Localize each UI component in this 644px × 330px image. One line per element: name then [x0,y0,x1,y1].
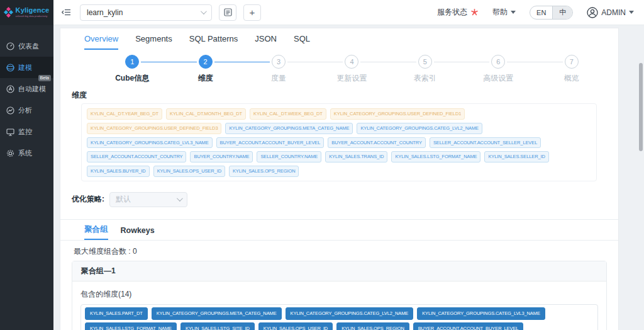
list-icon [224,8,232,16]
brand-tagline: unleash big data productivity [16,15,50,18]
dimension-tag: KYLIN_CAL_DT.MONTH_BEG_DT [166,108,246,120]
sidebar-item-label: 监控 [18,127,32,137]
username: ADMIN [601,8,626,17]
tab-segments[interactable]: Segments [135,28,172,50]
dimension-tag: BUYER_ACCOUNT.ACCOUNT_COUNTRY [328,137,426,149]
dimension-tag: SELLER_ACCOUNT.ACCOUNT_SELLER_LEVEL [430,137,541,149]
dimension-tag: KYLIN_CATEGORY_GROUPINGS.USER_DEFINED_FI… [87,123,221,134]
include-dimension-tag: KYLIN_CATEGORY_GROUPINGS.CATEG_LVL2_NAME [286,307,414,320]
sidebar-nav: 仪表盘 建模 Beta 自动建模 分析 监控 系统 [0,25,53,330]
aggregation-group-title: 聚合组—1 [72,261,606,282]
dimension-tag: KYLIN_CAL_DT.YEAR_BEG_DT [87,108,162,120]
sidebar-item-monitoring[interactable]: 监控 [0,121,53,142]
dimension-tag: KYLIN_CATEGORY_GROUPINGS.CATEG_LVL2_NAME [357,123,482,134]
aggregation-tabbar: 聚合组 Rowkeys [60,219,618,241]
tab-aggregation-groups[interactable]: 聚合组 [84,220,108,240]
analysis-icon [6,106,14,115]
tab-rowkeys[interactable]: Rowkeys [121,222,155,240]
optimization-row: 优化策略: 默认 [72,191,618,208]
sidebar-collapse-icon[interactable] [60,6,72,19]
cube-overview-card: Overview Segments SQL Patterns JSON SQL … [60,28,619,330]
dimension-tag: SELLER_ACCOUNT.ACCOUNT_COUNTRY [87,151,186,162]
dimension-tag: SELLER_COUNTRY.NAME [257,151,321,162]
dimension-tag: BUYER_ACCOUNT.ACCOUNT_BUYER_LEVEL [216,137,325,149]
sidebar-item-dashboard[interactable]: 仪表盘 [0,35,53,57]
chevron-down-icon [177,195,183,202]
included-dimensions-list: KYLIN_SALES.PART_DTKYLIN_CATEGORY_GROUPI… [80,304,598,330]
sidebar-item-analysis[interactable]: 分析 [0,100,53,121]
include-dimension-tag: KYLIN_SALES.OPS_REGION [336,322,409,330]
include-dimension-tag: KYLIN_CATEGORY_GROUPINGS.CATEG_LVL3_NAME [417,307,545,320]
help-menu[interactable]: 帮助 [492,7,516,18]
dimension-tag: KYLIN_CATEGORY_GROUPINGS.META_CATEG_NAME [225,123,353,134]
cube-wizard-stepper: 1 Cube信息 2 维度 3 度量 4 更新设置 5 表索引 6 高级设置 [96,55,608,84]
dimension-tag: KYLIN_SALES.LSTG_FORMAT_NAME [391,151,480,162]
dimension-tag: KYLIN_SALES.OPS_USER_ID [153,166,225,177]
add-project-button[interactable]: + [243,4,261,21]
modeling-icon [6,64,14,72]
include-dimension-tag: KYLIN_CATEGORY_GROUPINGS.META_CATEG_NAME [152,307,282,320]
dimension-tag: KYLIN_CATEGORY_GROUPINGS.USER_DEFINED_FI… [330,108,465,120]
sidebar-item-label: 分析 [18,106,32,115]
dimension-tag: KYLIN_CATEGORY_GROUPINGS.CATEG_LVL3_NAME [87,137,213,149]
help-label: 帮助 [492,7,508,18]
dimension-tag: KYLIN_SALES.OPS_REGION [229,166,299,177]
step-dimensions[interactable]: 2 维度 [169,55,242,84]
brand-name: Kyligence [16,7,50,14]
dimension-tag: KYLIN_SALES.BUYER_ID [87,166,150,177]
dimensions-tag-list: KYLIN_CAL_DT.YEAR_BEG_DTKYLIN_CAL_DT.MON… [81,103,597,181]
status-health-icon [470,8,479,16]
beta-badge: Beta [38,75,51,81]
cube-tabbar: Overview Segments SQL Patterns JSON SQL [60,28,618,50]
step-advanced-setting[interactable]: 6 高级设置 [462,55,535,84]
sidebar-item-system[interactable]: 系统 [0,142,53,164]
avatar-icon [587,7,598,18]
service-status[interactable]: 服务状态 [437,7,479,18]
vertical-scrollbar[interactable] [639,63,643,151]
tab-json[interactable]: JSON [255,28,277,50]
lang-zh-option[interactable]: 中 [552,6,572,19]
optimization-select-value: 默认 [116,194,177,205]
service-status-label: 服务状态 [437,7,467,18]
user-menu[interactable]: ADMIN [587,7,634,18]
include-dimension-tag: KYLIN_SALES.PART_DT [85,307,148,320]
tab-sql[interactable]: SQL [294,28,310,50]
sidebar-item-auto-modeling[interactable]: Beta 自动建模 [0,78,53,100]
sidebar-item-label: 建模 [18,63,32,72]
kyligence-logo-icon [4,8,13,18]
dimension-tag: KYLIN_CAL_DT.WEEK_BEG_DT [250,108,326,120]
project-select[interactable]: learn_kylin [80,4,212,21]
tab-overview[interactable]: Overview [84,28,118,50]
main-content: Overview Segments SQL Patterns JSON SQL … [53,25,644,330]
step-measures[interactable]: 3 度量 [242,55,315,84]
step-table-index[interactable]: 5 表索引 [389,55,462,84]
step-cube-info[interactable]: 1 Cube信息 [96,55,169,84]
dimension-tag: KYLIN_SALES.SELLER_ID [484,151,548,162]
max-dimension-combination: 最大维度组合数 : 0 [74,246,618,257]
optimization-label: 优化策略: [72,194,104,205]
step-summary[interactable]: 7 概览 [535,55,608,84]
project-select-value: learn_kylin [87,8,201,17]
dimensions-section-title: 维度 [72,90,618,101]
caret-down-icon [629,11,634,14]
included-dimensions-label: 包含的维度(14) [80,289,598,300]
project-list-button[interactable] [219,4,236,21]
optimization-select: 默认 [109,192,187,207]
dashboard-icon [6,42,14,50]
step-refresh-setting[interactable]: 4 更新设置 [315,55,388,84]
lang-en-option[interactable]: EN [530,6,552,19]
sidebar-item-label: 系统 [18,149,32,158]
app-logo: Kyligence unleash big data productivity [0,0,53,25]
sidebar-item-label: 自动建模 [18,84,46,94]
chevron-down-icon [201,8,207,14]
aggregation-group-panel: 聚合组—1 包含的维度(14) KYLIN_SALES.PART_DTKYLIN… [72,261,607,330]
include-dimension-tag: KYLIN_SALES.LSTG_FORMAT_NAME [85,322,177,330]
sidebar-item-label: 仪表盘 [18,42,39,51]
dimension-tag: BUYER_COUNTRY.NAME [190,151,253,162]
tab-sql-patterns[interactable]: SQL Patterns [189,28,238,50]
include-dimension-tag: KYLIN_SALES.LSTG_SITE_ID [180,322,255,330]
include-dimension-tag: KYLIN_SALES.OPS_USER_ID [258,322,333,330]
monitor-icon [6,128,14,136]
language-toggle: EN 中 [530,6,573,20]
auto-modeling-icon [6,85,14,93]
